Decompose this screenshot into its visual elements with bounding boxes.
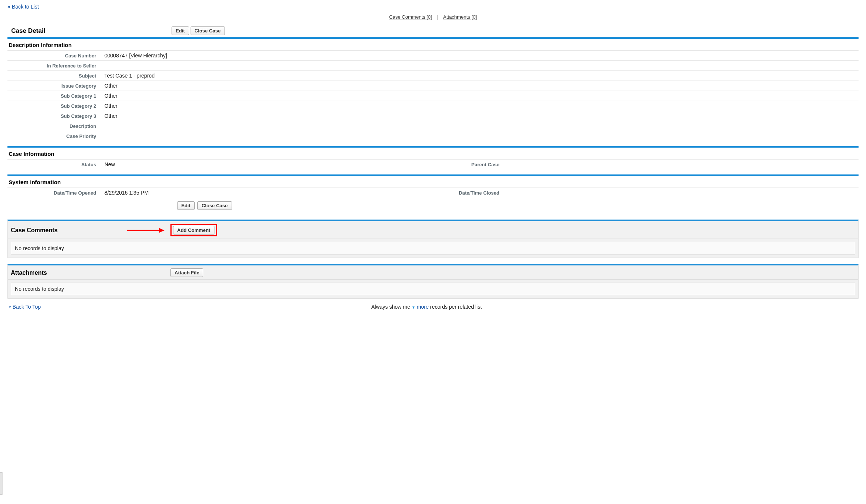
value-sub3: Other	[104, 113, 859, 119]
label-issue-category: Issue Category	[7, 83, 104, 89]
anchor-separator: |	[437, 14, 438, 20]
value-case-number: 00008747	[104, 53, 128, 59]
field-row-priority: Case Priority	[7, 131, 859, 141]
label-parent-case: Parent Case	[433, 162, 508, 167]
records-per-list-text: Always show me ▼ more records per relate…	[41, 304, 812, 310]
more-link[interactable]: more	[417, 304, 429, 310]
case-info-header: Case Information	[7, 148, 859, 159]
field-row-in-reference: In Reference to Seller	[7, 60, 859, 70]
edit-button[interactable]: Edit	[172, 26, 189, 35]
attachments-list: Attachments Attach File No records to di…	[7, 264, 859, 299]
attachments-anchor[interactable]: Attachments [0]	[443, 14, 477, 20]
close-case-button[interactable]: Close Case	[191, 26, 225, 35]
back-to-top-link[interactable]: Back To Top	[9, 304, 41, 310]
svg-marker-1	[159, 228, 164, 233]
view-hierarchy-link[interactable]: [View Hierarchy]	[129, 53, 167, 59]
attachments-empty: No records to display	[11, 283, 855, 295]
attachments-title: Attachments	[10, 270, 170, 276]
value-sub2: Other	[104, 103, 859, 109]
field-row-sub3: Sub Category 3 Other	[7, 111, 859, 121]
add-comment-button[interactable]: Add Comment	[173, 226, 214, 234]
annotation-arrow	[126, 227, 167, 233]
field-row-subject: Subject Test Case 1 - preprod	[7, 70, 859, 81]
label-sub1: Sub Category 1	[7, 93, 104, 99]
back-to-list-link[interactable]: Back to List	[7, 4, 39, 10]
close-case-button-bottom[interactable]: Close Case	[197, 201, 232, 210]
value-subject: Test Case 1 - preprod	[104, 73, 859, 79]
case-comments-title: Case Comments	[10, 227, 126, 234]
field-row-sub1: Sub Category 1 Other	[7, 91, 859, 101]
field-row-issue-category: Issue Category Other	[7, 81, 859, 91]
field-row-status-parent: Status New Parent Case	[7, 159, 859, 169]
description-info-header: Description Information	[7, 39, 859, 50]
edit-button-bottom[interactable]: Edit	[177, 201, 195, 210]
value-sub1: Other	[104, 93, 859, 99]
value-status: New	[104, 161, 433, 167]
case-comments-list: Case Comments Add Comment No records to …	[7, 220, 859, 258]
value-issue-category: Other	[104, 83, 859, 89]
system-info-header: System Information	[7, 176, 859, 188]
attachments-count: [0]	[471, 14, 477, 20]
field-row-case-number: Case Number 00008747 [View Hierarchy]	[7, 50, 859, 60]
value-opened: 8/29/2016 1:35 PM	[104, 190, 433, 196]
label-closed: Date/Time Closed	[433, 190, 508, 196]
label-status: Status	[7, 162, 104, 167]
label-opened: Date/Time Opened	[7, 190, 104, 196]
case-detail-title: Case Detail	[11, 27, 172, 35]
label-priority: Case Priority	[7, 133, 104, 139]
field-row-opened-closed: Date/Time Opened 8/29/2016 1:35 PM Date/…	[7, 188, 859, 198]
label-in-reference: In Reference to Seller	[7, 63, 104, 69]
label-sub3: Sub Category 3	[7, 113, 104, 119]
label-subject: Subject	[7, 73, 104, 79]
add-comment-highlight: Add Comment	[170, 224, 217, 236]
label-description: Description	[7, 123, 104, 129]
label-case-number: Case Number	[7, 53, 104, 59]
anchor-links: Case Comments [0] | Attachments [0]	[7, 12, 859, 23]
field-row-description: Description	[7, 121, 859, 131]
field-row-sub2: Sub Category 2 Other	[7, 101, 859, 111]
disclosure-icon: ▼	[412, 305, 415, 309]
label-sub2: Sub Category 2	[7, 103, 104, 109]
case-comments-anchor[interactable]: Case Comments [0]	[389, 14, 432, 20]
comments-count: [0]	[427, 14, 432, 20]
attach-file-button[interactable]: Attach File	[170, 268, 203, 277]
case-comments-empty: No records to display	[11, 242, 855, 255]
